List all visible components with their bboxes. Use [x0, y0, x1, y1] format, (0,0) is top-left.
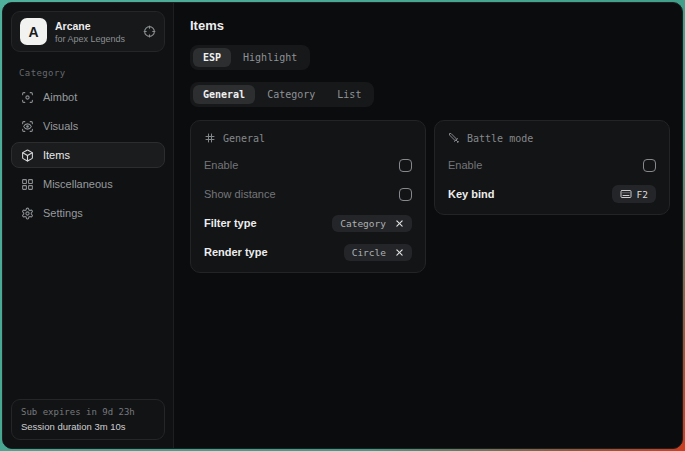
clear-x-icon[interactable] — [395, 248, 404, 257]
card-title: General — [223, 133, 265, 144]
sidebar-item-miscellaneous[interactable]: Miscellaneous — [11, 171, 165, 197]
setting-row-show-distance: Show distance — [204, 185, 412, 203]
brand-text: Arcane for Apex Legends — [55, 20, 135, 44]
setting-label: Enable — [204, 159, 238, 171]
focus-crosshair-icon — [21, 91, 34, 104]
brand-subtitle: for Apex Legends — [55, 34, 135, 44]
setting-row-enable: Enable — [448, 156, 656, 174]
page-title: Items — [190, 18, 670, 33]
box-icon — [21, 149, 34, 162]
setting-label: Show distance — [204, 188, 276, 200]
secondary-tab-group: General Category List — [190, 82, 374, 107]
tab-general[interactable]: General — [193, 85, 255, 104]
primary-tab-group: ESP Highlight — [190, 45, 310, 70]
sidebar-item-label: Aimbot — [43, 91, 77, 103]
sidebar-item-visuals[interactable]: Visuals — [11, 113, 165, 139]
filter-type-select[interactable]: Category — [332, 215, 412, 232]
scan-eye-icon — [21, 120, 34, 133]
enable-checkbox[interactable] — [399, 159, 412, 172]
tab-category[interactable]: Category — [257, 85, 325, 104]
tab-highlight[interactable]: Highlight — [233, 48, 307, 67]
brand-name: Arcane — [55, 20, 135, 32]
keybind-button[interactable]: F2 — [612, 185, 656, 203]
sidebar-nav: Aimbot Visuals Items — [3, 84, 173, 226]
sidebar-section-label: Category — [19, 68, 173, 78]
layout-grid-icon — [21, 178, 34, 191]
setting-label: Key bind — [448, 188, 494, 200]
app-window: A Arcane for Apex Legends Category Aimbo… — [2, 2, 683, 449]
subscription-card: Sub expires in 9d 23h Session duration 3… — [11, 399, 165, 440]
crosshair-hash-icon — [204, 132, 216, 144]
battle-mode-card: Battle mode Enable Key bind F2 — [434, 120, 670, 215]
crosshair-target-icon[interactable] — [143, 25, 156, 38]
show-distance-checkbox[interactable] — [399, 188, 412, 201]
main-panel: Items ESP Highlight General Category Lis… — [174, 3, 683, 448]
tab-esp[interactable]: ESP — [193, 48, 231, 67]
keybind-value: F2 — [637, 189, 648, 200]
select-value: Circle — [352, 247, 386, 258]
setting-label: Filter type — [204, 217, 257, 229]
sidebar-item-label: Settings — [43, 207, 83, 219]
setting-row-key-bind: Key bind F2 — [448, 185, 656, 203]
sword-icon — [448, 132, 460, 144]
battle-mode-card-header: Battle mode — [448, 132, 656, 144]
setting-row-render-type: Render type Circle — [204, 243, 412, 261]
sidebar-item-settings[interactable]: Settings — [11, 200, 165, 226]
setting-row-filter-type: Filter type Category — [204, 214, 412, 232]
sidebar-item-label: Items — [43, 149, 70, 161]
session-duration-text: Session duration 3m 10s — [21, 421, 155, 432]
brand-card[interactable]: A Arcane for Apex Legends — [11, 11, 165, 52]
setting-label: Enable — [448, 159, 482, 171]
battle-enable-checkbox[interactable] — [643, 159, 656, 172]
sidebar-item-items[interactable]: Items — [11, 142, 165, 168]
gear-icon — [21, 207, 34, 220]
sidebar-item-label: Visuals — [43, 120, 78, 132]
sidebar: A Arcane for Apex Legends Category Aimbo… — [3, 3, 174, 448]
setting-row-enable: Enable — [204, 156, 412, 174]
keyboard-icon — [620, 188, 632, 200]
card-title: Battle mode — [467, 133, 533, 144]
sidebar-item-label: Miscellaneous — [43, 178, 113, 190]
select-value: Category — [340, 218, 386, 229]
general-card-header: General — [204, 132, 412, 144]
tab-list[interactable]: List — [327, 85, 371, 104]
sidebar-item-aimbot[interactable]: Aimbot — [11, 84, 165, 110]
settings-cards: General Enable Show distance Filter type… — [190, 120, 670, 273]
clear-x-icon[interactable] — [395, 219, 404, 228]
setting-label: Render type — [204, 246, 268, 258]
render-type-select[interactable]: Circle — [344, 244, 412, 261]
general-card: General Enable Show distance Filter type… — [190, 120, 426, 273]
sub-expires-text: Sub expires in 9d 23h — [21, 407, 155, 417]
brand-logo: A — [20, 18, 47, 45]
sidebar-spacer — [3, 226, 173, 391]
